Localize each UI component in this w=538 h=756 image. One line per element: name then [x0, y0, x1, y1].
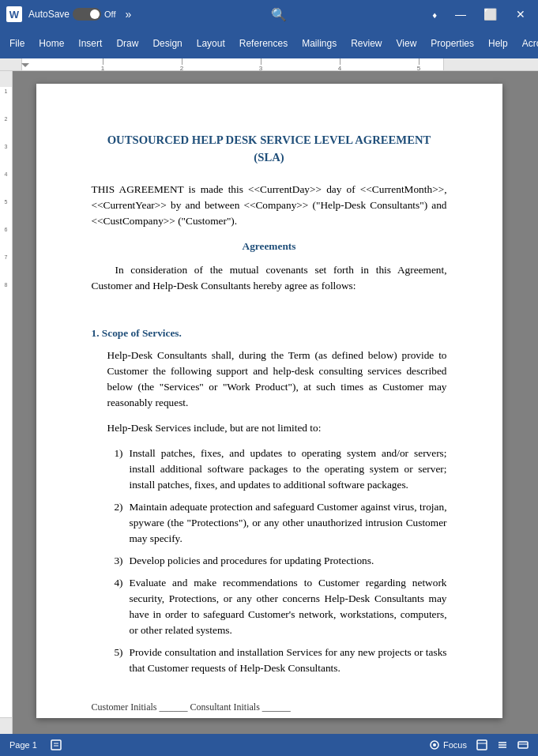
- list-text-4: Evaluate and make recommendations to Cus…: [130, 575, 447, 638]
- autosave-area: AutoSave Off: [28, 8, 116, 21]
- title-bar: W AutoSave Off » 🔍 ⬧ — ⬜ ✕: [0, 0, 538, 28]
- vertical-ruler: 1 2 3 4 5 6 7 8: [0, 71, 13, 734]
- list-text-5: Provide consultation and installation Se…: [130, 645, 447, 676]
- list-num-5: 5): [107, 645, 123, 676]
- list-item: 5) Provide consultation and installation…: [107, 645, 447, 676]
- menu-bar: File Home Insert Draw Design Layout Refe…: [0, 28, 538, 58]
- status-bar: Page 1 Focus: [0, 734, 538, 756]
- horizontal-ruler: 1 2 3 4 5: [0, 58, 538, 71]
- svg-point-4: [433, 743, 436, 747]
- focus-button[interactable]: Focus: [429, 739, 467, 750]
- list-num-2: 2): [107, 499, 123, 547]
- menu-view[interactable]: View: [390, 35, 423, 52]
- menu-home[interactable]: Home: [32, 35, 70, 52]
- list-num-3: 3): [107, 553, 123, 569]
- autosave-label: AutoSave: [28, 9, 70, 20]
- proofing-icon[interactable]: [50, 739, 62, 751]
- agreements-heading: Agreements: [92, 239, 447, 254]
- page-status: Page 1: [9, 740, 37, 750]
- menu-layout[interactable]: Layout: [190, 35, 231, 52]
- svg-rect-5: [477, 740, 487, 750]
- focus-svg: [429, 739, 440, 750]
- consideration-paragraph: In consideration of the mutual covenants…: [92, 262, 447, 294]
- list-num-4: 4): [107, 575, 123, 638]
- list-num-1: 1): [107, 446, 123, 493]
- menu-acrobat[interactable]: Acrobat: [516, 35, 538, 52]
- document-title: OUTSOURCED HELP DESK SERVICE LEVEL AGREE…: [92, 131, 447, 166]
- initials-line: Customer Initials ______ Consultant Init…: [92, 700, 447, 714]
- layout2-svg: [497, 739, 508, 750]
- status-right: Focus: [429, 739, 529, 750]
- focus-label: Focus: [443, 740, 467, 750]
- list-item: 2) Maintain adequate protection and safe…: [107, 499, 447, 547]
- toggle-knob: [90, 9, 100, 19]
- proofing-svg: [50, 739, 62, 751]
- services-list: 1) Install patches, fixes, and updates t…: [107, 446, 447, 676]
- search-icon[interactable]: 🔍: [271, 7, 287, 22]
- expand-icon[interactable]: »: [126, 8, 132, 21]
- menu-review[interactable]: Review: [344, 35, 388, 52]
- list-item: 1) Install patches, fixes, and updates t…: [107, 446, 447, 493]
- document-area[interactable]: 1 2 3 4 5 6 7 8 OUTSOURCED HELP DESK SER…: [0, 71, 538, 734]
- intro-paragraph: THIS AGREEMENT is made this <<CurrentDay…: [92, 182, 447, 229]
- menu-help[interactable]: Help: [482, 35, 514, 52]
- list-text-1: Install patches, fixes, and updates to o…: [130, 446, 447, 493]
- menu-insert[interactable]: Insert: [72, 35, 108, 52]
- toggle-off-label: Off: [104, 9, 115, 19]
- close-button[interactable]: ✕: [510, 6, 532, 22]
- scope-para1: Help-Desk Consultants shall, during the …: [107, 348, 447, 411]
- menu-design[interactable]: Design: [146, 35, 188, 52]
- document-page: OUTSOURCED HELP DESK SERVICE LEVEL AGREE…: [36, 84, 502, 718]
- list-text-3: Develop policies and procedures for upda…: [130, 553, 374, 569]
- title-bar-center: 🔍: [137, 7, 420, 22]
- list-text-2: Maintain adequate protection and safegua…: [130, 499, 447, 547]
- page-label: Page 1: [9, 740, 37, 750]
- layout-button-1[interactable]: [476, 739, 487, 750]
- menu-references[interactable]: References: [233, 35, 294, 52]
- layout-button-3[interactable]: [517, 739, 529, 750]
- menu-file[interactable]: File: [3, 35, 31, 52]
- restore-button[interactable]: ⬜: [479, 6, 502, 22]
- title-bar-controls: ⬧ — ⬜ ✕: [427, 6, 532, 22]
- menu-draw[interactable]: Draw: [110, 35, 145, 52]
- menu-mailings[interactable]: Mailings: [295, 35, 343, 52]
- word-app-icon: W: [6, 6, 22, 22]
- diamond-icon[interactable]: ⬧: [427, 6, 442, 22]
- document-body: OUTSOURCED HELP DESK SERVICE LEVEL AGREE…: [92, 131, 447, 714]
- svg-rect-10: [518, 742, 528, 748]
- layout1-svg: [476, 739, 487, 750]
- menu-properties[interactable]: Properties: [424, 35, 480, 52]
- layout3-svg: [517, 739, 529, 750]
- scope-heading: 1. Scope of Services.: [92, 325, 447, 341]
- autosave-toggle[interactable]: [73, 8, 101, 21]
- layout-button-2[interactable]: [497, 739, 508, 750]
- list-item: 4) Evaluate and make recommendations to …: [107, 575, 447, 638]
- list-item: 3) Develop policies and procedures for u…: [107, 553, 447, 569]
- minimize-button[interactable]: —: [450, 6, 471, 22]
- svg-rect-0: [51, 740, 61, 750]
- scope-para2: Help-Desk Services include, but are not …: [107, 420, 447, 436]
